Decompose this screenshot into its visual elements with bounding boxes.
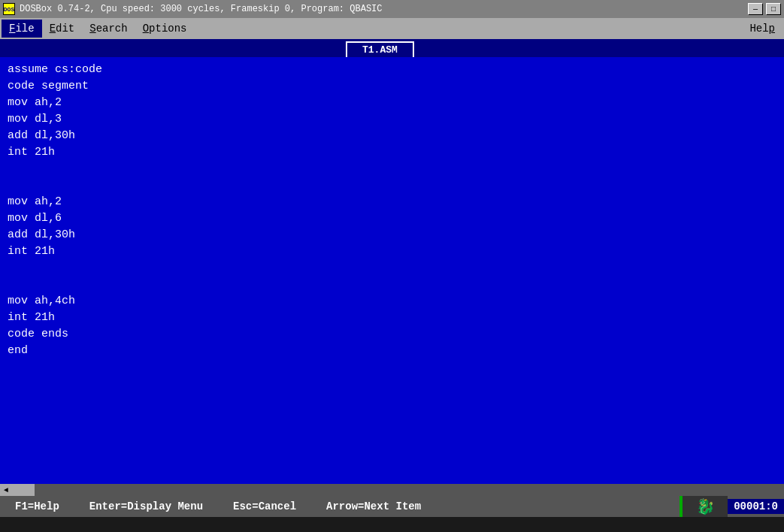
status-icon-area: 🐉 <box>683 496 728 517</box>
code-line: mov ah,4ch <box>8 293 776 310</box>
status-icon: 🐉 <box>696 497 715 516</box>
code-line: add dl,30h <box>8 128 776 144</box>
status-arrow[interactable]: Arrow=Next Item <box>311 500 436 512</box>
code-line: int 21h <box>8 310 776 326</box>
code-line: end <box>8 343 776 359</box>
menu-help[interactable]: Help <box>742 20 782 38</box>
code-line: mov ah,2 <box>8 194 776 210</box>
code-line: mov dl,3 <box>8 111 776 128</box>
code-line <box>8 260 776 277</box>
menu-bar: File Edit Search Options Help <box>0 18 784 39</box>
code-line: assume cs:code <box>8 62 776 78</box>
code-line <box>8 177 776 194</box>
menu-help-label: Help <box>749 23 775 35</box>
scrollbar[interactable]: ◄ <box>0 484 784 496</box>
code-line: int 21h <box>8 243 776 260</box>
status-esc[interactable]: Esc=Cancel <box>218 500 311 512</box>
code-editor[interactable]: assume cs:codecode segmentmov ah,2mov dl… <box>0 57 784 484</box>
menu-search-label: Search <box>89 23 127 35</box>
maximize-button[interactable]: □ <box>766 3 781 15</box>
code-line: add dl,30h <box>8 227 776 243</box>
menu-edit[interactable]: Edit <box>42 20 83 38</box>
code-line <box>8 277 776 293</box>
tab-bar: T1.ASM <box>0 39 784 57</box>
title-bar-left: DOS DOSBox 0.74-2, Cpu speed: 3000 cycle… <box>3 3 382 15</box>
menu-search[interactable]: Search <box>82 20 135 38</box>
title-text: DOSBox 0.74-2, Cpu speed: 3000 cycles, F… <box>20 4 382 14</box>
status-position: 00001:0 <box>728 499 784 514</box>
code-line <box>8 161 776 177</box>
status-bar: F1=Help Enter=Display Menu Esc=Cancel Ar… <box>0 496 784 517</box>
title-bar: DOS DOSBox 0.74-2, Cpu speed: 3000 cycle… <box>0 0 784 18</box>
menu-file[interactable]: File <box>2 20 42 38</box>
code-line: code segment <box>8 78 776 95</box>
minimize-button[interactable]: — <box>748 3 763 15</box>
status-f1[interactable]: F1=Help <box>0 500 74 512</box>
status-enter[interactable]: Enter=Display Menu <box>74 500 218 512</box>
code-line: int 21h <box>8 144 776 161</box>
scroll-thumb[interactable] <box>12 484 35 496</box>
menu-options-label: Options <box>143 23 187 35</box>
dos-icon: DOS <box>3 3 15 15</box>
menu-edit-label: Edit <box>50 23 75 35</box>
menu-file-label: File <box>9 23 35 35</box>
title-bar-controls: — □ <box>748 3 781 15</box>
code-line: mov dl,6 <box>8 210 776 227</box>
status-right: 🐉 00001:0 <box>680 496 784 517</box>
menu-options[interactable]: Options <box>135 20 195 38</box>
scroll-left-button[interactable]: ◄ <box>0 484 12 496</box>
code-line: code ends <box>8 326 776 343</box>
code-line: mov ah,2 <box>8 95 776 111</box>
tab-t1asm[interactable]: T1.ASM <box>346 41 414 57</box>
scroll-track[interactable] <box>12 484 784 496</box>
